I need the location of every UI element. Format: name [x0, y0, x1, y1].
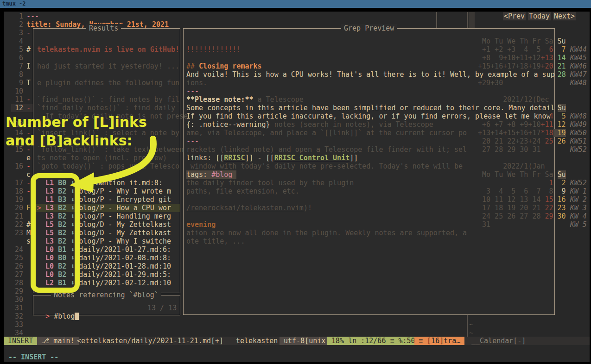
statusline: INSERT ⎇ main! <ettelkasten/daily/2021-1…: [4, 337, 590, 345]
preview-line: And voila! This is how a CPU works! That…: [186, 70, 555, 79]
results-dim-text: `find_notes()` : find notes by fil: [37, 95, 179, 104]
calendar-line: 28 KW47: [553, 70, 587, 79]
tmux-title: tmux -2: [2, 0, 26, 7]
line-number: 20: [6, 204, 23, 212]
results-dim-text: `find_daily_notes()` : find daily: [37, 104, 175, 112]
mode-message: -- INSERT --: [8, 353, 58, 361]
line-number: 25: [6, 254, 23, 262]
calendar-sign-column: [469, 12, 475, 28]
calendar-line: +1 +2 +3 4 5 6 7 KW44: [478, 45, 587, 54]
buffer-text: -: [26, 187, 31, 195]
calendar-line: +29+30 KW48: [478, 79, 587, 87]
prompt-input[interactable]: > #blog: [37, 304, 79, 312]
buffer-text: -: [26, 179, 31, 187]
line-number: 7: [6, 62, 23, 70]
calendar-line: 20 21 22+23+24 25 26 KW51: [478, 137, 587, 145]
preview-line: **Please note:** a Telescope: [186, 95, 304, 104]
line-number: 8: [6, 70, 23, 79]
preview-line: ---: [186, 137, 199, 145]
results-dim-text: e plugin defines the following fun: [37, 79, 179, 87]
annotation-highlight-box: [31, 173, 80, 293]
line-number: 21: [6, 212, 23, 220]
line-number: 5: [6, 45, 23, 54]
preview-line: ions.: [186, 79, 207, 87]
line-number: 11: [6, 95, 23, 104]
line-number: 1: [6, 12, 23, 20]
buffer-text: M: [26, 229, 31, 237]
calendar-prev-button[interactable]: <Prev: [503, 12, 526, 20]
calendar-line: 1 2 KW52: [549, 179, 587, 187]
line-number: 24: [6, 245, 23, 254]
buffer-text: -: [26, 95, 31, 104]
screenshot-root: { "tmux": { "title": "tmux -2" }, "annot…: [0, 0, 591, 364]
line-number: 32: [6, 312, 23, 320]
calendar-line: 10 11 12 13 14 15 16 KW 2: [478, 195, 587, 204]
calendar-today-button[interactable]: Today: [528, 12, 551, 20]
line-number: 18: [6, 187, 23, 195]
preview-line: ## Closing remarks: [186, 62, 262, 70]
calendar-line: Mo Tu We Th Fr Sa Su: [478, 170, 566, 179]
buffer-text: T: [26, 79, 31, 87]
line-number: 16: [6, 162, 23, 170]
buffer-tab[interactable]: ≡ [16]tra…: [414, 337, 464, 345]
line-number: 6: [6, 54, 23, 62]
calendar-line: 24 25 26 27 28 29 30 KW 4: [478, 212, 587, 220]
line-number: 26: [6, 262, 23, 270]
line-number: 2: [6, 20, 23, 29]
preview-line: Some concepts in this article have been …: [186, 104, 555, 112]
preview-line: ation are now all done in the plugin. We…: [186, 229, 467, 237]
calendar-line: 4 5 KW48: [549, 112, 587, 120]
preview-line: the daily finder tool used by the plugin: [186, 179, 354, 187]
preview-line: tags: #blog: [186, 170, 236, 179]
annotation-text-line2: and [B]acklinks:: [6, 132, 133, 149]
results-dim-text: telekasten.nvim is live on GitHub!: [37, 45, 179, 54]
preview-line: ---: [186, 87, 199, 95]
grep-preview-title: Grep Preview: [341, 24, 397, 32]
line-number: 27: [6, 270, 23, 279]
line-number: 22: [6, 220, 23, 229]
line-number: 30: [6, 295, 23, 304]
preview-line: links: [[RRISC]] - [[RRISC Control Unit]…: [186, 154, 358, 162]
buffer-text: e: [26, 154, 31, 162]
calendar-line: +15+16+17+18+19+20 21 KW46: [478, 62, 587, 70]
progress-location: 18% ln :12/66 ≡ %:50: [327, 337, 419, 345]
line-number: 31: [6, 304, 23, 312]
calendar-line: +6 +7 +8 +9+10+11 12 KW49: [478, 120, 587, 129]
preview-line: ame, via Telescope, and place a `[[link]…: [186, 129, 467, 137]
line-number: 17: [6, 179, 23, 187]
line-number: 33: [6, 320, 23, 329]
calendar-line: Mo Tu We Th Fr Sa Su: [478, 37, 566, 45]
text-cursor: [75, 313, 79, 320]
results-dim-text: `goto_today()` : pops up a Telesco: [37, 162, 179, 170]
preview-line: rackets (linked note) and open a Telesco…: [186, 145, 467, 154]
calendar-line: 27 28 29 30 31 KW52: [478, 145, 587, 154]
calendar-line: 3 4 5 6 7 8 9 KW 1: [478, 187, 587, 195]
preview-line: paths, file extension, etc.: [186, 187, 299, 195]
buffer-text: s: [26, 237, 31, 245]
buffer-text: -: [26, 29, 31, 37]
file-encoding: utf-8[unix]: [280, 337, 334, 345]
preview-line: evening: [186, 220, 216, 229]
plugin-name: telekasten: [236, 337, 278, 345]
preview-line: {: .notice--warning} notes (search in no…: [186, 120, 433, 129]
results-window-title: Results: [86, 24, 121, 32]
window-separator-top: [436, 12, 437, 28]
buffer-text: -: [26, 162, 31, 170]
preview-line: window with today's daily note pre-selec…: [186, 162, 463, 170]
results-dim-text: ts note to open (incl. preview): [37, 154, 167, 162]
tmux-title-bar: tmux -2: [0, 0, 591, 8]
calendar-line: Su: [558, 104, 566, 112]
buffer-text: #: [26, 220, 31, 229]
prompt-caret: >: [45, 312, 50, 320]
line-number: 9: [6, 79, 23, 87]
calendar-next-button[interactable]: Next>: [553, 12, 576, 20]
result-counter: 13 / 13: [147, 304, 177, 312]
preview-line: If you find this article inaccurate, lac…: [186, 112, 551, 120]
buffer-text: ---: [26, 12, 39, 20]
buffer-text: #: [26, 45, 31, 54]
preview-line: /renerocksai/telekasten.nvim)!: [186, 204, 312, 212]
line-number: 23: [6, 229, 23, 237]
preview-line: ote title, ...: [186, 237, 245, 245]
line-number: 29: [6, 287, 23, 295]
prompt-query: #blog: [54, 312, 75, 320]
